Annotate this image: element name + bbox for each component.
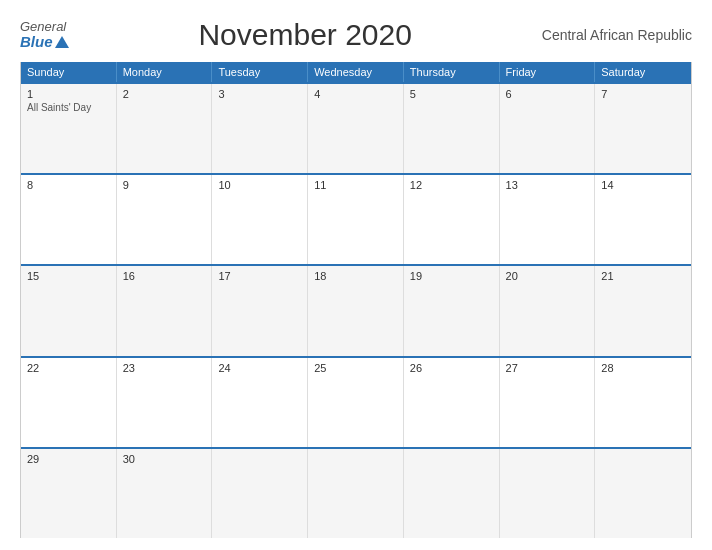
day-cell-28: 28	[595, 358, 691, 447]
logo-triangle-icon	[55, 36, 69, 48]
week-row-3: 15161718192021	[21, 264, 691, 355]
day-cell-6: 6	[500, 84, 596, 173]
day-number: 30	[123, 453, 206, 465]
header: General Blue November 2020 Central Afric…	[20, 18, 692, 52]
day-cell-24: 24	[212, 358, 308, 447]
day-cell-27: 27	[500, 358, 596, 447]
day-cell-10: 10	[212, 175, 308, 264]
day-number: 6	[506, 88, 589, 100]
day-headers-row: Sunday Monday Tuesday Wednesday Thursday…	[21, 62, 691, 82]
week-row-5: 2930	[21, 447, 691, 538]
header-tuesday: Tuesday	[212, 62, 308, 82]
day-number: 25	[314, 362, 397, 374]
day-cell-empty	[212, 449, 308, 538]
day-number: 1	[27, 88, 110, 100]
day-cell-17: 17	[212, 266, 308, 355]
day-cell-25: 25	[308, 358, 404, 447]
day-cell-30: 30	[117, 449, 213, 538]
day-number: 12	[410, 179, 493, 191]
day-cell-29: 29	[21, 449, 117, 538]
day-number: 3	[218, 88, 301, 100]
day-number: 11	[314, 179, 397, 191]
day-cell-19: 19	[404, 266, 500, 355]
day-number: 4	[314, 88, 397, 100]
day-number: 24	[218, 362, 301, 374]
day-cell-3: 3	[212, 84, 308, 173]
day-number: 14	[601, 179, 685, 191]
day-cell-16: 16	[117, 266, 213, 355]
week-row-4: 22232425262728	[21, 356, 691, 447]
day-cell-11: 11	[308, 175, 404, 264]
day-number: 23	[123, 362, 206, 374]
day-cell-18: 18	[308, 266, 404, 355]
day-number: 5	[410, 88, 493, 100]
day-number: 17	[218, 270, 301, 282]
header-sunday: Sunday	[21, 62, 117, 82]
header-thursday: Thursday	[404, 62, 500, 82]
day-cell-15: 15	[21, 266, 117, 355]
logo: General Blue	[20, 20, 69, 51]
day-cell-empty	[595, 449, 691, 538]
day-cell-13: 13	[500, 175, 596, 264]
event-label: All Saints' Day	[27, 102, 110, 113]
weeks-container: 1All Saints' Day234567891011121314151617…	[21, 82, 691, 538]
day-number: 7	[601, 88, 685, 100]
day-cell-2: 2	[117, 84, 213, 173]
header-saturday: Saturday	[595, 62, 691, 82]
day-number: 13	[506, 179, 589, 191]
logo-blue-text: Blue	[20, 34, 53, 51]
header-monday: Monday	[117, 62, 213, 82]
calendar-page: General Blue November 2020 Central Afric…	[0, 0, 712, 550]
calendar-grid: Sunday Monday Tuesday Wednesday Thursday…	[20, 62, 692, 538]
header-friday: Friday	[500, 62, 596, 82]
day-number: 16	[123, 270, 206, 282]
header-wednesday: Wednesday	[308, 62, 404, 82]
day-number: 8	[27, 179, 110, 191]
calendar-title: November 2020	[198, 18, 411, 52]
day-number: 2	[123, 88, 206, 100]
day-number: 27	[506, 362, 589, 374]
week-row-2: 891011121314	[21, 173, 691, 264]
day-cell-12: 12	[404, 175, 500, 264]
day-number: 26	[410, 362, 493, 374]
day-cell-21: 21	[595, 266, 691, 355]
week-row-1: 1All Saints' Day234567	[21, 82, 691, 173]
day-number: 18	[314, 270, 397, 282]
day-number: 9	[123, 179, 206, 191]
day-number: 28	[601, 362, 685, 374]
day-cell-22: 22	[21, 358, 117, 447]
day-cell-26: 26	[404, 358, 500, 447]
day-cell-8: 8	[21, 175, 117, 264]
day-cell-4: 4	[308, 84, 404, 173]
day-cell-23: 23	[117, 358, 213, 447]
day-cell-empty	[404, 449, 500, 538]
day-number: 20	[506, 270, 589, 282]
day-number: 19	[410, 270, 493, 282]
day-number: 10	[218, 179, 301, 191]
day-number: 29	[27, 453, 110, 465]
day-number: 21	[601, 270, 685, 282]
day-cell-empty	[500, 449, 596, 538]
day-number: 22	[27, 362, 110, 374]
day-cell-1: 1All Saints' Day	[21, 84, 117, 173]
day-cell-empty	[308, 449, 404, 538]
day-number: 15	[27, 270, 110, 282]
day-cell-20: 20	[500, 266, 596, 355]
logo-general-text: General	[20, 20, 66, 34]
day-cell-7: 7	[595, 84, 691, 173]
day-cell-5: 5	[404, 84, 500, 173]
day-cell-9: 9	[117, 175, 213, 264]
day-cell-14: 14	[595, 175, 691, 264]
country-name: Central African Republic	[542, 27, 692, 43]
